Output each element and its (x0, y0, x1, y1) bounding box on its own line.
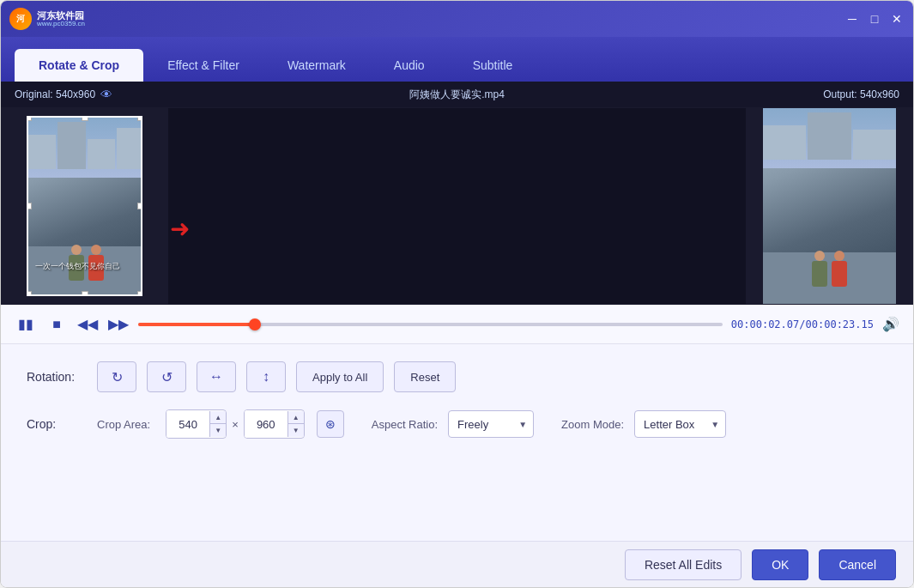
logo-text: 河东软件园 www.pc0359.cn (37, 10, 85, 28)
head (91, 245, 101, 255)
apply-to-all-button[interactable]: Apply to All (296, 361, 384, 392)
preview-filename: 阿姨做人要诚实.mp4 (409, 88, 505, 102)
crop-height-up[interactable]: ▲ (288, 411, 304, 424)
building (58, 122, 85, 169)
crop-area-label: Crop Area: (97, 418, 150, 431)
aspect-ratio-select-wrapper: Freely 16:9 4:3 1:1 9:16 ▼ (448, 410, 534, 438)
head (834, 251, 844, 261)
stop-button[interactable]: ■ (45, 313, 68, 336)
volume-icon[interactable]: 🔊 (882, 316, 899, 332)
left-video-frame: 一次一个钱包不见你自己 (28, 118, 142, 296)
head (814, 251, 825, 261)
crop-height-down[interactable]: ▼ (288, 424, 304, 437)
video-subtitle-text: 一次一个钱包不见你自己 (35, 261, 137, 272)
zoom-mode-select[interactable]: Letter Box Pan & Scan Full (634, 410, 726, 438)
crop-height-spinners: ▲ ▼ (288, 411, 304, 437)
crop-width-box: ▲ ▼ (166, 409, 227, 439)
progress-fill (138, 323, 255, 326)
tab-subtitle[interactable]: Subtitle (449, 49, 537, 82)
tab-audio[interactable]: Audio (370, 49, 449, 82)
crop-width-up[interactable]: ▲ (210, 411, 226, 424)
minimize-button[interactable]: ─ (844, 11, 860, 27)
flip-vertical-button[interactable]: ↕ (246, 361, 286, 392)
aspect-ratio-label: Aspect Ratio: (372, 418, 438, 431)
flip-horizontal-button[interactable]: ↔ (197, 361, 236, 392)
buildings-bg-right (763, 108, 896, 160)
cancel-button[interactable]: Cancel (819, 549, 896, 580)
original-info: Original: 540x960 👁 (15, 88, 112, 101)
buildings-bg (28, 118, 142, 169)
logo-en: www.pc0359.cn (37, 21, 85, 28)
building (117, 128, 142, 169)
crop-width-input[interactable] (166, 410, 209, 438)
progress-track[interactable] (138, 323, 723, 326)
crop-separator: × (232, 418, 239, 431)
building (88, 139, 115, 169)
tab-bar: Rotate & Crop Effect & Filter Watermark … (1, 37, 913, 82)
head (71, 245, 82, 255)
red-arrow-icon: ➜ (170, 215, 190, 243)
person-left-r (812, 251, 827, 287)
preview-content: 一次一个钱包不见你自己 ➜ (1, 82, 913, 305)
left-video-panel: 一次一个钱包不见你自己 ➜ (18, 108, 151, 304)
zoom-mode-label: Zoom Mode: (561, 418, 624, 431)
building (763, 125, 806, 160)
crop-height-input[interactable] (245, 410, 288, 438)
preview-area: Original: 540x960 👁 阿姨做人要诚实.mp4 Output: … (1, 82, 913, 305)
rotate-right-button[interactable]: ↺ (147, 361, 186, 392)
tab-effect-filter[interactable]: Effect & Filter (143, 49, 263, 82)
rotation-row: Rotation: ↻ ↺ ↔ ↕ Apply to All Reset (27, 361, 887, 392)
logo-icon: 河 (9, 8, 32, 30)
center-preview-area (168, 108, 746, 304)
tab-rotate-crop[interactable]: Rotate & Crop (15, 49, 143, 82)
people-figures-right (763, 251, 896, 287)
person-right-r (832, 251, 847, 287)
rotate-left-button[interactable]: ↻ (97, 361, 136, 392)
right-video-frame (763, 108, 896, 304)
ok-button[interactable]: OK (752, 549, 808, 580)
crop-label: Crop: (27, 417, 87, 431)
crop-width-spinners: ▲ ▼ (209, 411, 226, 437)
rotation-label: Rotation: (27, 370, 87, 384)
logo-cn: 河东软件园 (37, 10, 85, 21)
app-window: 河 河东软件园 www.pc0359.cn ─ □ ✕ Rotate & Cro… (0, 0, 914, 588)
crop-width-down[interactable]: ▼ (210, 424, 226, 437)
crop-input-group: ▲ ▼ × ▲ ▼ ⊛ (166, 409, 344, 439)
reset-all-edits-button[interactable]: Reset All Edits (625, 549, 741, 580)
output-info: Output: 540x960 (823, 88, 899, 100)
window-controls: ─ □ ✕ (844, 11, 905, 27)
time-display: 00:00:02.07/00:00:23.15 (731, 318, 874, 330)
logo-area: 河 河东软件园 www.pc0359.cn (9, 8, 85, 30)
footer: Reset All Edits OK Cancel (1, 541, 913, 587)
prev-button[interactable]: ◀◀ (76, 313, 99, 336)
building (808, 112, 850, 160)
crop-box[interactable]: 一次一个钱包不见你自己 (27, 116, 142, 296)
tab-watermark[interactable]: Watermark (263, 49, 370, 82)
aspect-ratio-select[interactable]: Freely 16:9 4:3 1:1 9:16 (448, 410, 534, 438)
playback-bar: ▮▮ ■ ◀◀ ▶▶ 00:00:02.07/00:00:23.15 🔊 (1, 305, 913, 344)
controls-panel: Rotation: ↻ ↺ ↔ ↕ Apply to All Reset Cro… (1, 344, 913, 541)
close-button[interactable]: ✕ (889, 11, 905, 27)
building (28, 135, 56, 169)
crop-center-button[interactable]: ⊛ (317, 410, 344, 438)
pause-button[interactable]: ▮▮ (15, 313, 37, 336)
title-bar: 河 河东软件园 www.pc0359.cn ─ □ ✕ (1, 1, 913, 37)
maximize-button[interactable]: □ (867, 11, 882, 27)
reset-button[interactable]: Reset (394, 361, 456, 392)
building (853, 130, 896, 160)
visibility-icon[interactable]: 👁 (100, 88, 112, 101)
crop-row: Crop: Crop Area: ▲ ▼ × ▲ ▼ (27, 409, 887, 439)
progress-thumb[interactable] (249, 318, 261, 330)
right-video-panel (763, 108, 896, 304)
next-button[interactable]: ▶▶ (107, 313, 130, 336)
body (832, 261, 847, 287)
crop-height-box: ▲ ▼ (244, 409, 305, 439)
zoom-mode-select-wrapper: Letter Box Pan & Scan Full ▼ (634, 410, 726, 438)
preview-top-bar: Original: 540x960 👁 阿姨做人要诚实.mp4 Output: … (1, 82, 913, 107)
body (812, 261, 827, 287)
